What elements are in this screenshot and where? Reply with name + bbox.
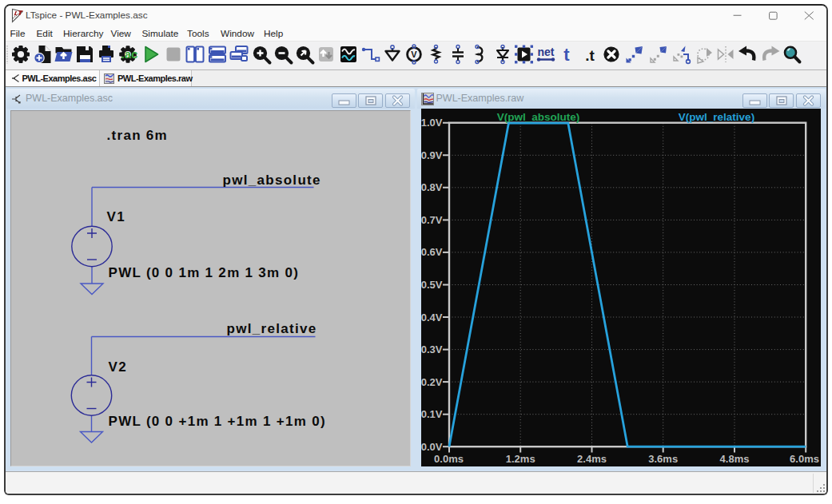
svg-text:6.0ms: 6.0ms: [790, 453, 819, 465]
svg-text:net: net: [538, 46, 555, 58]
svg-text:V(pwl_absolute): V(pwl_absolute): [496, 111, 579, 123]
svg-text:V2: V2: [109, 359, 127, 374]
svg-text:0.9V: 0.9V: [421, 149, 443, 161]
svg-text:0.0V: 0.0V: [421, 441, 443, 453]
svg-text:0.6V: 0.6V: [421, 247, 443, 259]
svg-text:.t: .t: [585, 47, 595, 64]
svg-text:0.2V: 0.2V: [421, 376, 443, 388]
svg-text:0.0ms: 0.0ms: [434, 453, 464, 465]
svg-text:.ac: .ac: [121, 47, 138, 61]
svg-text:pwl_relative: pwl_relative: [227, 320, 317, 335]
svg-text:0.8V: 0.8V: [421, 182, 443, 194]
svg-text:4.8ms: 4.8ms: [719, 453, 749, 465]
svg-text:2.4ms: 2.4ms: [577, 453, 607, 465]
svg-text:PWL (0 0 1m 1 2m 1 3m 0): PWL (0 0 1m 1 2m 1 3m 0): [109, 264, 300, 280]
svg-text:1.0V: 1.0V: [421, 117, 443, 129]
svg-text:3.6ms: 3.6ms: [648, 453, 678, 465]
svg-text:pwl_absolute: pwl_absolute: [223, 173, 321, 188]
svg-text:PWL (0 0 +1m 1 +1m 1 +1m 0): PWL (0 0 +1m 1 +1m 1 +1m 0): [109, 413, 326, 428]
svg-text:V: V: [411, 50, 417, 59]
svg-text:0.7V: 0.7V: [421, 214, 443, 226]
svg-text:0.1V: 0.1V: [421, 408, 443, 420]
svg-text:0.5V: 0.5V: [421, 279, 443, 291]
svg-text:V1: V1: [107, 209, 125, 224]
svg-text:t: t: [563, 45, 570, 65]
svg-text:1.2ms: 1.2ms: [505, 453, 535, 465]
svg-text:V(pwl_relative): V(pwl_relative): [678, 111, 754, 123]
svg-text:.tran 6m: .tran 6m: [107, 128, 169, 143]
svg-text:0.3V: 0.3V: [421, 343, 443, 355]
svg-text:0.4V: 0.4V: [421, 312, 443, 323]
